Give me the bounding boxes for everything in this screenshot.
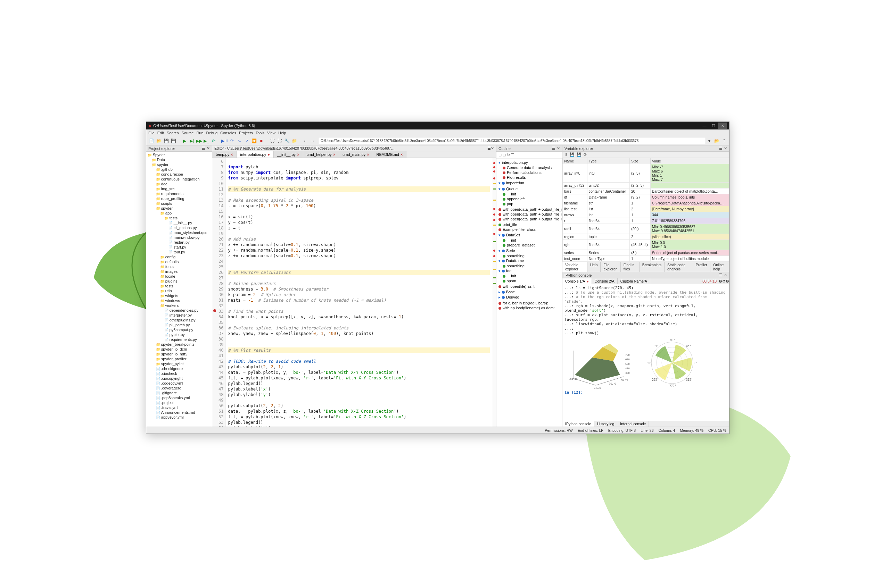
tree-item[interactable]: app: [147, 211, 211, 216]
tree-item[interactable]: spyder_breakpoints: [147, 342, 211, 347]
tree-item[interactable]: spyder_io_dcm: [147, 347, 211, 352]
editor-close-icon[interactable]: ✕: [491, 146, 494, 150]
tree-item[interactable]: tests: [147, 216, 211, 220]
variable-row[interactable]: array_uint32uint32(2, 2, 3): [563, 183, 729, 189]
tree-item[interactable]: plugins: [147, 279, 211, 284]
outline-item[interactable]: ▾Queue: [498, 186, 560, 192]
menu-search[interactable]: Search: [167, 131, 179, 135]
tree-item[interactable]: __init__.py: [147, 220, 211, 225]
variable-row[interactable]: list_testlist2[Dataframe, Numpy array]: [563, 206, 729, 212]
tree-item[interactable]: restart.py: [147, 240, 211, 245]
varexp-tab[interactable]: Profiler: [693, 262, 710, 272]
editor-tab[interactable]: __init__.py×: [274, 152, 303, 158]
tree-item[interactable]: .checkignore: [147, 366, 211, 371]
rerun-icon[interactable]: ⟳: [211, 138, 217, 144]
tree-item[interactable]: tests: [147, 284, 211, 288]
outline-item[interactable]: Example filter class: [498, 227, 560, 232]
save-data-icon[interactable]: 💾: [570, 152, 575, 157]
tree-item[interactable]: pyplot.py: [147, 332, 211, 337]
outline-item[interactable]: prepare_dataset: [498, 243, 560, 248]
close-tab-icon[interactable]: ×: [231, 152, 233, 156]
outline-item[interactable]: something: [498, 264, 560, 268]
editor-tab[interactable]: README.md×: [373, 152, 407, 158]
save-all-icon[interactable]: 💾: [170, 138, 176, 144]
outline-item[interactable]: with open(data_path + output_file_n...: [498, 212, 560, 217]
tree-item[interactable]: widgets: [147, 293, 211, 298]
tree-item[interactable]: .project: [147, 400, 211, 405]
run-selection-icon[interactable]: ▶_: [203, 138, 209, 144]
tree-item[interactable]: img_src: [147, 186, 211, 191]
minimize-button[interactable]: —: [700, 123, 709, 129]
tree-item[interactable]: py3compat.py: [147, 327, 211, 332]
outline-item[interactable]: appendleft: [498, 196, 560, 201]
tree-item[interactable]: rope_profiling: [147, 196, 211, 201]
console-options-icon[interactable]: ☰: [719, 273, 722, 278]
menu-file[interactable]: File: [148, 131, 155, 135]
pane-close-icon[interactable]: ✕: [207, 146, 210, 151]
varexp-tab[interactable]: Online help: [710, 262, 729, 272]
stop-debug-icon[interactable]: ■: [258, 138, 264, 144]
outline-item[interactable]: print_file: [498, 222, 560, 227]
tree-item[interactable]: .pep8speaks.yml: [147, 395, 211, 400]
preferences-icon[interactable]: 🔧: [284, 138, 290, 144]
console-tab[interactable]: Custom Name/A: [618, 278, 650, 284]
outline-item[interactable]: something: [498, 254, 560, 258]
tree-item[interactable]: fonts: [147, 264, 211, 269]
tree-item[interactable]: conda.recipe: [147, 172, 211, 177]
outline-item[interactable]: spam: [498, 278, 560, 283]
close-tab-icon[interactable]: ×: [297, 152, 299, 156]
outline-item[interactable]: with open(file) as f:: [498, 284, 560, 289]
tree-item[interactable]: config: [147, 254, 211, 259]
varexp-close-icon[interactable]: ✕: [724, 146, 727, 151]
tree-item[interactable]: spyder: [147, 206, 211, 211]
options-icon[interactable]: ⚙: [726, 279, 729, 283]
maximize-pane-icon[interactable]: ⛶: [269, 138, 275, 144]
run-cell-icon[interactable]: ▶|: [189, 138, 195, 144]
tree-item[interactable]: locale: [147, 274, 211, 279]
menu-tools[interactable]: Tools: [256, 131, 265, 135]
new-file-icon[interactable]: 📄: [148, 138, 155, 144]
outline-item[interactable]: Plot results: [498, 175, 560, 180]
browse-dir-icon[interactable]: 📂: [713, 138, 720, 144]
outline-item[interactable]: ▾DataSet: [498, 232, 560, 238]
tree-item[interactable]: doc: [147, 182, 211, 186]
outline-item[interactable]: Generate data for analysis: [498, 165, 560, 170]
outline-item[interactable]: __init__: [498, 273, 560, 278]
editor-options-icon[interactable]: ☰: [487, 146, 491, 150]
variable-row[interactable]: nrowsint1344: [563, 212, 729, 218]
outline-item[interactable]: for c, bar in zip(radii, bars):: [498, 301, 560, 306]
tree-item[interactable]: dependencies.py: [147, 308, 211, 313]
menu-view[interactable]: View: [267, 131, 275, 135]
variable-row[interactable]: radiifloat64(20,)Min: 0.4968386030535687…: [563, 224, 729, 234]
variable-row[interactable]: test_noneNoneType1NoneType object of bui…: [563, 256, 729, 262]
debug-icon[interactable]: ▶⏸: [222, 138, 228, 144]
variable-row[interactable]: filenamestr1C:\ProgramData\Anaconda3\lib…: [563, 200, 729, 206]
tree-item[interactable]: .ciocheck: [147, 371, 211, 376]
variable-table[interactable]: NameTypeSizeValuearray_int8int8(2, 3)Min…: [563, 158, 729, 262]
menu-debug[interactable]: Debug: [206, 131, 217, 135]
marker-strip[interactable]: [492, 158, 496, 427]
parent-dir-icon[interactable]: ⤴: [721, 138, 727, 144]
variable-row[interactable]: dfDataFrame(9, 2)Column names: bools, in…: [563, 194, 729, 200]
varexp-tab[interactable]: Breakpoints: [639, 262, 665, 272]
editor-tab[interactable]: umd_main.py×: [339, 152, 373, 158]
console-bottom-tab[interactable]: History log: [594, 421, 618, 427]
run-cell-advance-icon[interactable]: ▶▶: [196, 138, 202, 144]
variable-row[interactable]: rfloat6417.011802589334796: [563, 218, 729, 224]
variable-row[interactable]: rgbfloat64(45, 45, 4)Min: 0.0 Max: 1.0: [563, 240, 729, 250]
varexp-tab[interactable]: Static code analysis: [665, 262, 693, 272]
refresh-icon[interactable]: ⟳: [584, 152, 587, 157]
tree-item[interactable]: spyder_profiler: [147, 357, 211, 362]
python-path-icon[interactable]: 📁: [291, 138, 297, 144]
variable-row[interactable]: array_int8int8(2, 3)Min: -7 Max: 6 Min: …: [563, 164, 729, 183]
fullscreen-icon[interactable]: ⛶: [277, 138, 283, 144]
tree-item[interactable]: windows: [147, 298, 211, 303]
varexp-tab[interactable]: Find in files: [621, 262, 639, 272]
menu-help[interactable]: Help: [278, 131, 286, 135]
forward-icon[interactable]: →: [310, 138, 316, 144]
tree-item[interactable]: defaults: [147, 259, 211, 264]
continue-icon[interactable]: ⏩: [251, 138, 257, 144]
import-data-icon[interactable]: ⬇: [564, 152, 568, 157]
tree-item[interactable]: pil_patch.py: [147, 322, 211, 327]
tree-item[interactable]: .codecov.yml: [147, 381, 211, 386]
